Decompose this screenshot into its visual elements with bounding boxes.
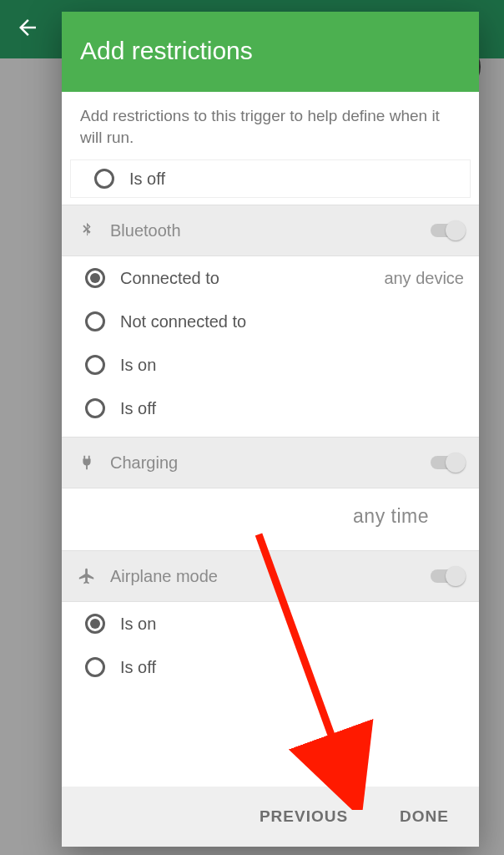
radio-unselected-icon [94, 169, 114, 189]
option-connected-to[interactable]: Connected to any device [62, 256, 479, 300]
option-label: Not connected to [120, 312, 464, 331]
section-header-charging[interactable]: Charging [62, 437, 479, 488]
done-button[interactable]: DONE [400, 807, 449, 826]
option-label: Is off [120, 658, 464, 677]
option-airplane-is-on[interactable]: Is on [62, 602, 479, 645]
section-title: Bluetooth [110, 221, 431, 240]
airplane-icon [77, 566, 97, 586]
bluetooth-toggle[interactable] [431, 224, 464, 237]
option-label: Is on [120, 356, 464, 375]
radio-selected-icon [85, 268, 105, 288]
dialog-description: Add restrictions to this trigger to help… [62, 92, 479, 159]
option-bt-is-on[interactable]: Is on [62, 343, 479, 387]
add-restrictions-dialog: Add restrictions Add restrictions to thi… [62, 12, 479, 847]
radio-unselected-icon [85, 311, 105, 331]
charging-toggle[interactable] [431, 456, 464, 469]
radio-unselected-icon [85, 355, 105, 375]
airplane-toggle[interactable] [431, 569, 464, 583]
option-label: Connected to [120, 269, 384, 288]
radio-selected-icon [85, 614, 105, 634]
charging-body: any time [62, 488, 479, 544]
bluetooth-options: Connected to any device Not connected to… [62, 256, 479, 430]
option-label: Is off [129, 169, 165, 189]
back-arrow-icon[interactable] [15, 15, 40, 43]
radio-unselected-icon [85, 657, 105, 677]
option-not-connected-to[interactable]: Not connected to [62, 300, 479, 343]
prev-section-option-is-off[interactable]: Is off [70, 159, 471, 198]
charging-value[interactable]: any time [62, 488, 479, 544]
airplane-options: Is on Is off [62, 602, 479, 689]
previous-button[interactable]: PREVIOUS [260, 807, 348, 826]
dialog-footer: PREVIOUS DONE [62, 787, 479, 847]
option-value[interactable]: any device [384, 269, 464, 288]
section-header-bluetooth[interactable]: Bluetooth [62, 205, 479, 256]
restrictions-scroll[interactable]: Is off Bluetooth Connected to any device… [62, 159, 479, 787]
section-title: Airplane mode [110, 567, 431, 586]
plug-icon [77, 453, 97, 473]
option-label: Is on [120, 615, 464, 634]
dialog-title: Add restrictions [62, 12, 479, 92]
value-text: any time [353, 505, 429, 528]
option-airplane-is-off[interactable]: Is off [62, 645, 479, 689]
radio-unselected-icon [85, 398, 105, 418]
section-header-airplane[interactable]: Airplane mode [62, 550, 479, 602]
bluetooth-icon [77, 220, 97, 240]
option-label: Is off [120, 399, 464, 418]
section-title: Charging [110, 453, 431, 473]
option-bt-is-off[interactable]: Is off [62, 387, 479, 430]
